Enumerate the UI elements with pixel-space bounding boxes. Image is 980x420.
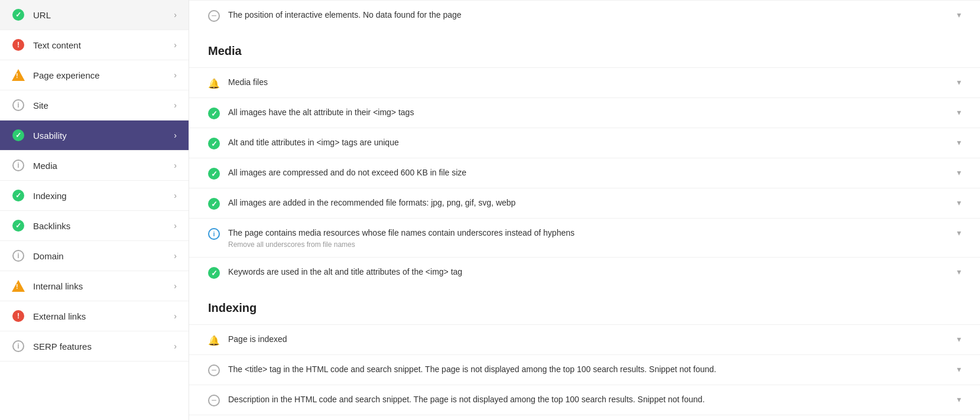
top-row-chevron: ▾: [957, 10, 961, 19]
sidebar-label-site: Site: [33, 100, 174, 110]
sidebar-label-external-links: External links: [33, 311, 174, 321]
row-chevron-media-4: ▾: [957, 198, 961, 207]
sidebar-icon-page-experience: [12, 69, 25, 82]
row-chevron-media-2: ▾: [957, 138, 961, 147]
sidebar-chevron-domain: ›: [174, 251, 177, 261]
sidebar-chevron-indexing: ›: [174, 191, 177, 200]
row-chevron-media-6: ▾: [957, 267, 961, 276]
sidebar-icon-text-content: !: [12, 38, 25, 51]
sidebar-label-backlinks: Backlinks: [33, 221, 174, 231]
row-text-media-4: All images are added in the recommended …: [228, 197, 950, 209]
main-content: − The position of interactive elements. …: [189, 0, 980, 420]
sidebar-item-site[interactable]: iSite›: [0, 90, 189, 121]
row-chevron-media-3: ▾: [957, 168, 961, 177]
check-row-media-6[interactable]: ✓Keywords are used in the alt and title …: [189, 257, 980, 287]
sidebar-label-url: URL: [33, 10, 174, 20]
sidebar-label-page-experience: Page experience: [33, 70, 174, 80]
check-row-indexing-0[interactable]: 🔔Page is indexed▾: [189, 324, 980, 354]
sidebar-item-indexing[interactable]: ✓Indexing›: [0, 181, 189, 211]
sidebar-icon-usability: ✓: [12, 129, 25, 142]
sidebar-icon-url: ✓: [12, 8, 25, 21]
check-row-media-0[interactable]: 🔔Media files▾: [189, 67, 980, 97]
sidebar-chevron-text-content: ›: [174, 40, 177, 50]
row-chevron-indexing-2: ▾: [957, 395, 961, 404]
sidebar-chevron-page-experience: ›: [174, 70, 177, 80]
sidebar-item-media[interactable]: iMedia›: [0, 151, 189, 181]
sidebar-chevron-serp-features: ›: [174, 341, 177, 351]
row-subtext-media-5: Remove all underscores from file names: [228, 240, 950, 249]
sidebar-icon-external-links: !: [12, 310, 25, 323]
row-text-indexing-1: The <title> tag in the HTML code and sea…: [228, 363, 950, 376]
sidebar-icon-site: i: [12, 99, 25, 112]
sidebar-item-page-experience[interactable]: Page experience›: [0, 60, 189, 90]
sidebar-chevron-backlinks: ›: [174, 221, 177, 230]
sidebar-item-external-links[interactable]: !External links›: [0, 301, 189, 331]
sidebar: ✓URL›!Text content›Page experience›iSite…: [0, 0, 189, 420]
sidebar-chevron-external-links: ›: [174, 311, 177, 321]
sidebar-chevron-usability: ›: [174, 131, 177, 140]
row-text-media-3: All images are compressed and do not exc…: [228, 167, 950, 179]
row-icon-media-0: 🔔: [208, 77, 220, 89]
row-icon-media-1: ✓: [208, 108, 220, 119]
sections-container: Media🔔Media files▾✓All images have the a…: [189, 30, 980, 420]
sidebar-label-usability: Usability: [33, 131, 174, 141]
sidebar-icon-backlinks: ✓: [12, 219, 25, 232]
row-chevron-indexing-1: ▾: [957, 364, 961, 374]
sidebar-icon-indexing: ✓: [12, 189, 25, 202]
check-row-indexing-1[interactable]: −The <title> tag in the HTML code and se…: [189, 354, 980, 385]
row-text-indexing-0: Page is indexed: [228, 333, 950, 346]
row-text-media-0: Media files: [228, 76, 950, 89]
sidebar-label-indexing: Indexing: [33, 191, 174, 201]
sidebar-label-domain: Domain: [33, 251, 174, 261]
sidebar-item-text-content[interactable]: !Text content›: [0, 30, 189, 60]
sidebar-item-internal-links[interactable]: Internal links›: [0, 271, 189, 301]
sidebar-icon-serp-features: i: [12, 340, 25, 353]
sidebar-icon-internal-links: [12, 279, 25, 292]
check-row-indexing-2[interactable]: −Description in the HTML code and search…: [189, 385, 980, 415]
sidebar-item-usability[interactable]: ✓Usability›: [0, 121, 189, 151]
row-chevron-indexing-0: ▾: [957, 334, 961, 344]
sidebar-icon-media: i: [12, 159, 25, 172]
row-icon-indexing-1: −: [208, 364, 220, 376]
top-check-row[interactable]: − The position of interactive elements. …: [189, 0, 980, 30]
sidebar-item-serp-features[interactable]: iSERP features›: [0, 331, 189, 362]
sidebar-label-internal-links: Internal links: [33, 281, 174, 291]
row-text-media-1: All images have the alt attribute in the…: [228, 106, 950, 119]
sidebar-chevron-internal-links: ›: [174, 281, 177, 291]
check-row-media-3[interactable]: ✓All images are compressed and do not ex…: [189, 158, 980, 188]
row-chevron-media-5: ▾: [957, 228, 961, 237]
row-icon-media-5: i: [208, 228, 220, 240]
row-icon-media-6: ✓: [208, 267, 220, 279]
row-icon-media-4: ✓: [208, 198, 220, 210]
row-icon-indexing-2: −: [208, 395, 220, 406]
check-row-media-2[interactable]: ✓Alt and title attributes in <img> tags …: [189, 128, 980, 158]
row-chevron-media-0: ▾: [957, 77, 961, 87]
check-row-media-4[interactable]: ✓All images are added in the recommended…: [189, 188, 980, 218]
section-title-indexing: Indexing: [189, 287, 980, 324]
minus-icon: −: [208, 10, 220, 22]
row-icon-indexing-0: 🔔: [208, 334, 220, 346]
sidebar-chevron-url: ›: [174, 10, 177, 19]
sidebar-chevron-site: ›: [174, 100, 177, 110]
row-text-media-5: The page contains media resources whose …: [228, 227, 950, 239]
row-chevron-media-1: ▾: [957, 108, 961, 117]
top-row-text: The position of interactive elements. No…: [228, 9, 950, 21]
sidebar-chevron-media: ›: [174, 161, 177, 170]
check-row-indexing-3[interactable]: ✓The robots.txt file contains the page a…: [189, 415, 980, 420]
row-text-media-6: Keywords are used in the alt and title a…: [228, 266, 950, 278]
sidebar-label-serp-features: SERP features: [33, 341, 174, 351]
sidebar-label-media: Media: [33, 161, 174, 171]
section-title-media: Media: [189, 30, 980, 67]
check-row-media-1[interactable]: ✓All images have the alt attribute in th…: [189, 97, 980, 128]
sidebar-label-text-content: Text content: [33, 40, 174, 50]
sidebar-icon-domain: i: [12, 249, 25, 262]
row-text-media-2: Alt and title attributes in <img> tags a…: [228, 136, 950, 149]
row-icon-media-3: ✓: [208, 168, 220, 180]
row-icon-media-2: ✓: [208, 138, 220, 149]
row-text-indexing-2: Description in the HTML code and search …: [228, 393, 950, 406]
check-row-media-5[interactable]: iThe page contains media resources whose…: [189, 218, 980, 257]
sidebar-item-domain[interactable]: iDomain›: [0, 241, 189, 271]
sidebar-item-url[interactable]: ✓URL›: [0, 0, 189, 30]
sidebar-item-backlinks[interactable]: ✓Backlinks›: [0, 211, 189, 241]
